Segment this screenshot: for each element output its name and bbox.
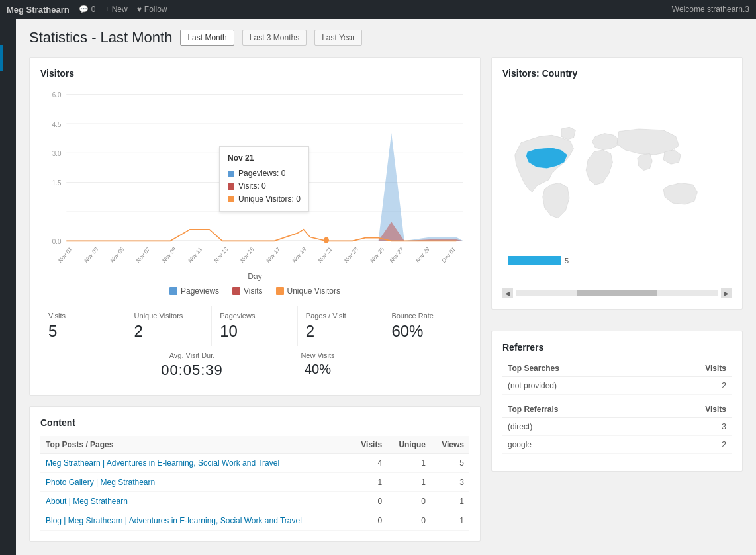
tooltip-unique-color xyxy=(228,196,234,202)
referral-visits: 2 xyxy=(653,436,732,454)
search-visits: 2 xyxy=(654,377,732,395)
stat-unique: Unique Visitors 2 xyxy=(126,306,213,346)
legend-unique: Unique Visitors xyxy=(276,286,340,296)
post-title[interactable]: Blog | Meg Strathearn | Adventures in E-… xyxy=(40,511,351,531)
legend-visits: Visits xyxy=(232,286,262,296)
tooltip-pageviews-row: Pageviews: 0 xyxy=(228,167,301,180)
stat-visits-value: 5 xyxy=(48,322,118,341)
tooltip-pageviews: Pageviews: 0 xyxy=(238,167,285,180)
post-unique: 0 xyxy=(387,511,431,531)
svg-text:3.0: 3.0 xyxy=(52,149,62,157)
referral-source: google xyxy=(502,436,653,454)
main-content: Statistics - Last Month Last Month Last … xyxy=(16,19,756,555)
map-scroll[interactable]: ◀ ▶ xyxy=(502,288,732,298)
comment-item[interactable]: 💬 0 xyxy=(79,5,96,14)
visitors-title: Visitors xyxy=(40,68,469,79)
topbar: Meg Strathearn 💬 0 + New ♥ Follow Welcom… xyxy=(0,0,756,19)
svg-text:0.0: 0.0 xyxy=(52,237,62,245)
col-visits: Visits xyxy=(351,436,388,454)
post-views: 3 xyxy=(431,473,469,492)
world-map: 5 xyxy=(502,87,732,285)
list-item: (direct)3 xyxy=(502,418,732,436)
svg-text:Nov 11: Nov 11 xyxy=(187,245,203,265)
sidebar xyxy=(0,19,16,555)
post-title[interactable]: About | Meg Strathearn xyxy=(40,492,351,511)
chart-legend: Pageviews Visits Unique Visitors xyxy=(40,286,469,296)
svg-text:6.0: 6.0 xyxy=(52,91,62,99)
searches-col-term: Top Searches xyxy=(502,361,654,377)
svg-text:Nov 29: Nov 29 xyxy=(414,245,430,265)
svg-text:Nov 25: Nov 25 xyxy=(369,245,385,265)
post-link[interactable]: Blog | Meg Strathearn | Adventures in E-… xyxy=(46,516,302,525)
post-link[interactable]: Photo Gallery | Meg Strathearn xyxy=(46,478,155,487)
stat-new-visits: New Visits 40% xyxy=(255,346,381,384)
svg-text:Nov 17: Nov 17 xyxy=(265,245,281,265)
scroll-track xyxy=(516,290,718,296)
table-row: About | Meg Strathearn 0 0 1 xyxy=(40,492,469,511)
content-table: Top Posts / Pages Visits Unique Views Me… xyxy=(40,436,469,531)
post-unique: 1 xyxy=(387,454,431,473)
post-visits: 0 xyxy=(351,492,388,511)
svg-text:4.5: 4.5 xyxy=(52,120,62,128)
stats-row-1: Visits 5 Unique Visitors 2 Pageviews 10 xyxy=(40,306,469,346)
map-svg xyxy=(502,87,732,285)
tooltip-visits: Visits: 0 xyxy=(238,180,266,192)
stat-pageviews: Pageviews 10 xyxy=(212,306,298,346)
legend-visits-color xyxy=(232,287,240,295)
scroll-left-arrow[interactable]: ◀ xyxy=(502,288,513,298)
axis-label: Day xyxy=(40,272,469,281)
legend-unique-color xyxy=(276,287,284,295)
stat-pages-visit-value: 2 xyxy=(306,322,375,341)
col-unique: Unique xyxy=(387,436,431,454)
tab-last-month[interactable]: Last Month xyxy=(180,30,234,46)
post-views: 1 xyxy=(431,492,469,511)
tab-last-year[interactable]: Last Year xyxy=(314,30,362,46)
referrers-title: Referrers xyxy=(502,342,732,353)
post-title[interactable]: Meg Strathearn | Adventures in E-learnin… xyxy=(40,454,351,473)
stat-pages-visit-label: Pages / Visit xyxy=(306,312,375,320)
table-row: Photo Gallery | Meg Strathearn 1 1 3 xyxy=(40,473,469,492)
content-title: Content xyxy=(40,417,469,428)
page-title: Statistics - Last Month xyxy=(29,29,172,46)
country-bar xyxy=(508,256,561,265)
post-title[interactable]: Photo Gallery | Meg Strathearn xyxy=(40,473,351,492)
referrals-section: Top Referrals Visits (direct)3google2 xyxy=(502,402,732,454)
legend-pageviews: Pageviews xyxy=(169,286,219,296)
country-indicator: 5 xyxy=(508,256,569,265)
tab-last-3-months[interactable]: Last 3 Months xyxy=(242,30,307,46)
topbar-brand[interactable]: Meg Strathearn xyxy=(7,5,70,15)
tooltip-visits-row: Visits: 0 xyxy=(228,180,301,192)
stat-pageviews-value: 10 xyxy=(220,322,289,341)
list-item: google2 xyxy=(502,436,732,454)
svg-text:Dec 01: Dec 01 xyxy=(441,245,457,265)
follow-label: Follow xyxy=(144,5,167,14)
post-visits: 4 xyxy=(351,454,388,473)
referral-visits: 3 xyxy=(653,418,732,436)
referrers-card: Referrers Top Searches Visits (not provi… xyxy=(491,331,743,472)
stat-bounce-label: Bounce Rate xyxy=(391,312,461,320)
scroll-thumb xyxy=(577,290,657,296)
legend-pageviews-label: Pageviews xyxy=(181,286,219,296)
svg-text:Nov 15: Nov 15 xyxy=(239,245,255,265)
referrals-header-row: Top Referrals Visits xyxy=(502,402,732,418)
svg-text:Nov 07: Nov 07 xyxy=(135,245,151,265)
post-visits: 1 xyxy=(351,473,388,492)
welcome-text: Welcome strathearn.3 xyxy=(672,5,749,14)
post-visits: 0 xyxy=(351,511,388,531)
post-link[interactable]: About | Meg Strathearn xyxy=(46,497,128,506)
page-header: Statistics - Last Month Last Month Last … xyxy=(29,29,743,46)
svg-text:Nov 03: Nov 03 xyxy=(83,245,99,265)
post-unique: 1 xyxy=(387,473,431,492)
search-term: (not provided) xyxy=(502,377,654,395)
list-item: (not provided)2 xyxy=(502,377,732,395)
svg-text:Nov 19: Nov 19 xyxy=(291,245,307,265)
post-link[interactable]: Meg Strathearn | Adventures in E-learnin… xyxy=(46,458,279,468)
new-button[interactable]: + New xyxy=(105,5,127,14)
topbar-left: Meg Strathearn 💬 0 + New ♥ Follow xyxy=(7,5,167,15)
col-views: Views xyxy=(431,436,469,454)
table-row: Meg Strathearn | Adventures in E-learnin… xyxy=(40,454,469,473)
follow-button[interactable]: ♥ Follow xyxy=(137,5,167,14)
referrals-col-visits: Visits xyxy=(653,402,732,418)
scroll-right-arrow[interactable]: ▶ xyxy=(721,288,732,298)
svg-point-14 xyxy=(324,237,329,243)
